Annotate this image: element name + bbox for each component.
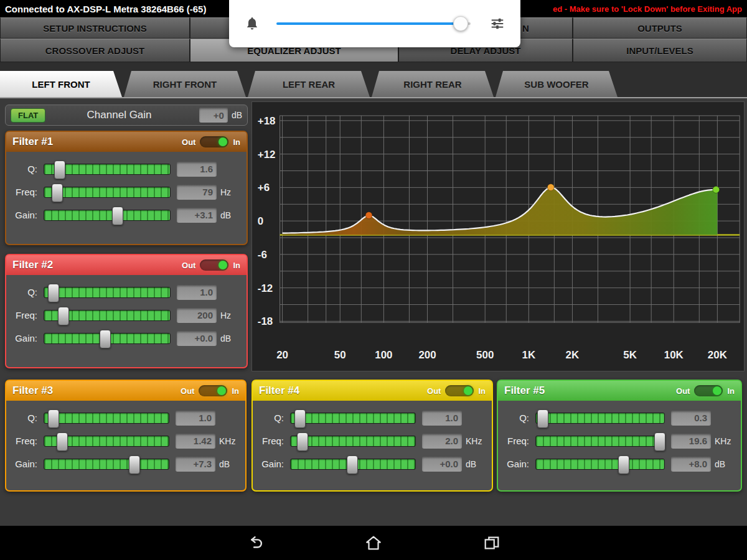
q-value-box: 1.0 [422,411,462,426]
q-slider[interactable] [535,413,665,424]
filter-in-out-toggle[interactable] [200,136,228,147]
gain-slider[interactable] [535,459,665,470]
tune-settings-icon[interactable] [489,16,505,32]
filter-panel-4: Filter #4 Out In Q: 1.0 Freq: 2.0 KHz [251,380,493,492]
home-button[interactable] [364,534,383,553]
volume-slider-thumb[interactable] [453,16,468,31]
channel-gain-title: Channel Gain [45,109,193,121]
gain-value-box: +8.0 [671,457,711,472]
gain-slider[interactable] [44,459,169,470]
gain-unit-label: dB [466,459,487,469]
gain-unit-label: dB [219,459,240,469]
tab-left-rear[interactable]: LEFT REAR [248,71,370,97]
q-slider[interactable] [44,164,171,175]
tab-right-rear[interactable]: RIGHT REAR [372,71,494,97]
volume-slider[interactable] [276,17,471,30]
slider-thumb[interactable] [618,455,629,474]
gain-label: Gain: [499,459,529,469]
slider-thumb[interactable] [57,432,68,451]
eq-marker[interactable] [547,184,554,191]
gain-row: Gain: +0.0 dB [254,455,487,472]
filter-title: Filter #2 [12,259,53,271]
crossover-adjust-button[interactable]: CROSSOVER ADJUST [0,39,190,62]
freq-row: Freq: 200 Hz [7,307,242,324]
freq-label: Freq: [7,436,37,446]
channel-gain-value: +0 [199,108,228,123]
freq-slider[interactable] [44,310,171,321]
gain-label: Gain: [7,210,37,220]
freq-value-box: 2.0 [422,434,462,449]
filter-in-out-toggle[interactable] [694,385,723,396]
tab-sub-woofer[interactable]: SUB WOOFER [496,71,618,97]
filter-panel-2: Filter #2 Out In Q: 1.0 Freq: 200 Hz [5,254,248,368]
q-row: Q: 1.6 [7,161,242,177]
back-arrow-icon [246,534,265,553]
slider-thumb[interactable] [100,330,111,348]
gain-value-box: +7.3 [176,457,215,472]
slider-thumb[interactable] [54,161,65,179]
slider-thumb[interactable] [129,455,140,474]
flat-button[interactable]: FLAT [11,108,45,123]
filter-in-out-toggle[interactable] [445,385,474,396]
volume-popup [229,0,520,47]
filter-in-label: In [727,386,735,396]
volume-slider-track[interactable] [276,22,471,25]
freq-value-box: 200 [177,308,217,323]
filter-title: Filter #4 [259,385,299,397]
eq-marker[interactable] [713,186,720,193]
q-slider[interactable] [44,287,171,298]
svg-text:1K: 1K [522,349,536,361]
slider-thumb[interactable] [654,432,665,451]
filter-panel-1: Filter #1 Out In Q: 1.6 Freq: 79 Hz [5,131,248,245]
filter-title: Filter #1 [12,136,53,148]
gain-row: Gain: +3.1 dB [7,207,242,223]
outputs-button[interactable]: OUTPUTS [573,17,747,39]
freq-slider[interactable] [44,187,171,198]
slider-thumb[interactable] [48,284,59,302]
filter-body: Q: 1.0 Freq: 2.0 KHz Gain: +0.0 dB [253,401,492,472]
recents-icon [482,534,501,553]
filter-in-label: In [232,386,239,396]
slider-thumb[interactable] [537,409,548,428]
recents-button[interactable] [482,534,501,553]
slider-thumb[interactable] [58,307,69,325]
eq-response-graph[interactable]: +18+12+60-6-12-1820501002005001K2K5K10K2… [251,101,745,371]
filter-in-out-toggle[interactable] [199,385,227,396]
svg-text:-6: -6 [258,249,267,261]
filter-in-label: In [478,386,486,396]
channel-gain-unit: dB [232,110,242,120]
slider-thumb[interactable] [294,409,306,428]
gain-slider[interactable] [290,459,416,470]
slider-thumb[interactable] [297,432,308,451]
slider-thumb[interactable] [52,184,63,202]
freq-slider[interactable] [535,436,665,447]
filter-toggle-group: Out In [676,385,735,396]
input-levels-button[interactable]: INPUT/LEVELS [573,39,747,62]
tab-right-front[interactable]: RIGHT FRONT [124,71,246,97]
freq-slider[interactable] [44,436,169,447]
gain-slider[interactable] [44,333,171,344]
svg-text:-12: -12 [258,282,273,294]
setup-instructions-button[interactable]: SETUP INSTRUCTIONS [0,17,190,39]
freq-slider[interactable] [290,436,416,447]
svg-text:-18: -18 [258,315,273,327]
q-slider[interactable] [44,413,169,424]
tab-left-front[interactable]: LEFT FRONT [0,71,122,97]
slider-thumb[interactable] [112,207,123,225]
toggle-knob-icon [217,386,226,395]
freq-label: Freq: [254,436,284,446]
filter-header: Filter #4 Out In [253,381,492,401]
freq-unit-label: KHz [219,436,240,446]
filter-body: Q: 1.0 Freq: 1.42 KHz Gain: +7.3 dB [6,401,245,472]
slider-thumb[interactable] [48,409,59,428]
gain-row: Gain: +0.0 dB [7,330,242,347]
filter-in-out-toggle[interactable] [200,259,228,271]
filter-header: Filter #1 Out In [6,132,247,152]
back-button[interactable] [246,534,265,553]
eq-marker[interactable] [365,212,372,219]
filter-out-label: Out [182,138,195,147]
filter-body: Q: 1.0 Freq: 200 Hz Gain: +0.0 dB [6,275,247,347]
q-slider[interactable] [290,413,416,424]
slider-thumb[interactable] [347,455,358,474]
gain-slider[interactable] [44,210,171,221]
